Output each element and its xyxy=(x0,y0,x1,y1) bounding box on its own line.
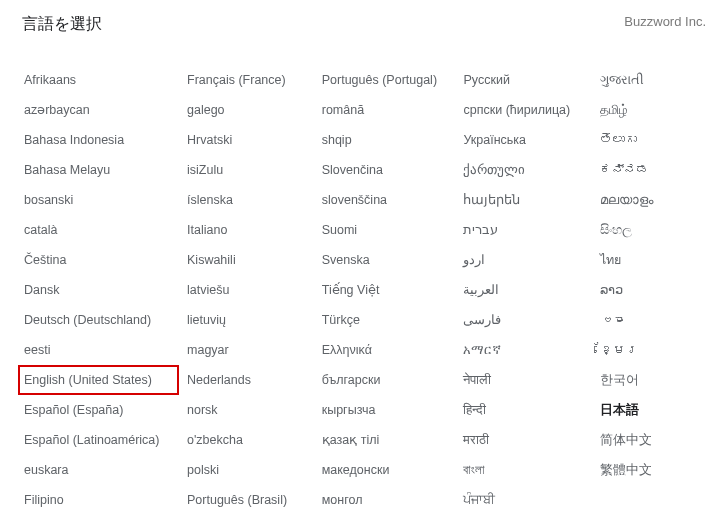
language-option[interactable]: ລາວ xyxy=(600,275,724,305)
language-option[interactable]: Čeština xyxy=(24,245,187,275)
language-option[interactable]: slovenščina xyxy=(322,185,464,215)
language-option[interactable]: isiZulu xyxy=(187,155,322,185)
language-option[interactable]: 日本語 xyxy=(600,395,724,425)
language-option[interactable]: ಕನ್ನಡ xyxy=(600,155,724,185)
language-option[interactable]: עברית xyxy=(463,215,599,245)
language-option[interactable]: Filipino xyxy=(24,485,187,515)
language-option[interactable]: Svenska xyxy=(322,245,464,275)
language-option[interactable]: ไทย xyxy=(600,245,724,275)
language-option[interactable]: azərbaycan xyxy=(24,95,187,125)
language-option[interactable]: 繁體中文 xyxy=(600,455,724,485)
language-option[interactable]: Italiano xyxy=(187,215,322,245)
language-option[interactable]: català xyxy=(24,215,187,245)
language-option[interactable]: galego xyxy=(187,95,322,125)
language-option[interactable]: Nederlands xyxy=(187,365,322,395)
language-column: Português (Portugal)românăshqipSlovenčin… xyxy=(322,65,464,515)
language-option[interactable]: Afrikaans xyxy=(24,65,187,95)
language-option[interactable]: Bahasa Indonesia xyxy=(24,125,187,155)
language-option[interactable]: lietuvių xyxy=(187,305,322,335)
language-option[interactable]: o'zbekcha xyxy=(187,425,322,455)
language-option[interactable]: Français (France) xyxy=(187,65,322,95)
language-option[interactable]: 한국어 xyxy=(600,365,724,395)
language-option[interactable]: български xyxy=(322,365,464,395)
language-option[interactable]: සිංහල xyxy=(600,215,724,245)
language-option[interactable]: norsk xyxy=(187,395,322,425)
language-option[interactable]: монгол xyxy=(322,485,464,515)
page-title: 言語を選択 xyxy=(22,14,102,35)
language-option[interactable]: македонски xyxy=(322,455,464,485)
language-option[interactable]: ਪੰਜਾਬੀ xyxy=(463,485,599,515)
language-option[interactable]: кыргызча xyxy=(322,395,464,425)
language-option[interactable]: తెలుగు xyxy=(600,125,724,155)
language-option[interactable]: հայերեն xyxy=(463,185,599,215)
language-option[interactable]: Hrvatski xyxy=(187,125,322,155)
language-option[interactable]: Bahasa Melayu xyxy=(24,155,187,185)
language-option[interactable]: Deutsch (Deutschland) xyxy=(24,305,187,335)
language-option[interactable]: മലയാളം xyxy=(600,185,724,215)
language-option[interactable]: Türkçe xyxy=(322,305,464,335)
language-option[interactable]: हिन्दी xyxy=(463,395,599,425)
language-column: AfrikaansazərbaycanBahasa IndonesiaBahas… xyxy=(24,65,187,515)
language-option[interactable]: қазақ тілі xyxy=(322,425,464,455)
language-option[interactable]: Español (España) xyxy=(24,395,187,425)
brand-label: Buzzword Inc. xyxy=(624,14,706,29)
language-option[interactable]: Slovenčina xyxy=(322,155,464,185)
language-columns: AfrikaansazərbaycanBahasa IndonesiaBahas… xyxy=(0,39,728,515)
language-option[interactable]: English (United States) xyxy=(18,365,179,395)
language-option[interactable]: Suomi xyxy=(322,215,464,245)
language-option[interactable]: euskara xyxy=(24,455,187,485)
language-option[interactable]: Dansk xyxy=(24,275,187,305)
language-option[interactable]: ગુજરાતી xyxy=(600,65,724,95)
language-option[interactable]: Kiswahili xyxy=(187,245,322,275)
language-column: Русскийсрпски (ћирилица)Українськаქართულ… xyxy=(463,65,599,515)
language-option[interactable]: polski xyxy=(187,455,322,485)
language-option[interactable]: magyar xyxy=(187,335,322,365)
language-option[interactable]: አማርኛ xyxy=(463,335,599,365)
language-option[interactable]: ဗမာ xyxy=(600,305,724,335)
language-option[interactable]: română xyxy=(322,95,464,125)
language-option[interactable]: íslenska xyxy=(187,185,322,215)
language-option[interactable]: Português (Brasil) xyxy=(187,485,322,515)
language-option[interactable]: العربية xyxy=(463,275,599,305)
language-option[interactable]: தமிழ் xyxy=(600,95,724,125)
language-option[interactable]: اردو xyxy=(463,245,599,275)
language-option[interactable]: 简体中文 xyxy=(600,425,724,455)
language-option[interactable]: Ελληνικά xyxy=(322,335,464,365)
language-option[interactable]: Tiếng Việt xyxy=(322,275,464,305)
language-option[interactable]: bosanski xyxy=(24,185,187,215)
language-option[interactable]: Русский xyxy=(463,65,599,95)
language-option[interactable]: मराठी xyxy=(463,425,599,455)
language-option[interactable]: ខ្មែរ xyxy=(600,335,724,365)
language-option[interactable]: فارسی xyxy=(463,305,599,335)
language-option[interactable]: shqip xyxy=(322,125,464,155)
header: 言語を選択 Buzzword Inc. xyxy=(0,0,728,39)
language-option[interactable]: বাংলা xyxy=(463,455,599,485)
language-option[interactable]: Español (Latinoamérica) xyxy=(24,425,187,455)
language-option[interactable]: српски (ћирилица) xyxy=(463,95,599,125)
language-option[interactable]: नेपाली xyxy=(463,365,599,395)
language-option[interactable]: Português (Portugal) xyxy=(322,65,464,95)
language-column: Français (France)galegoHrvatskiisiZuluís… xyxy=(187,65,322,515)
language-option[interactable]: Українська xyxy=(463,125,599,155)
language-option[interactable]: latviešu xyxy=(187,275,322,305)
language-column: ગુજરાતીதமிழ்తెలుగుಕನ್ನಡമലയാളംසිංහලไทยລາວ… xyxy=(600,65,724,515)
language-option[interactable]: eesti xyxy=(24,335,187,365)
language-option[interactable]: ქართული xyxy=(463,155,599,185)
